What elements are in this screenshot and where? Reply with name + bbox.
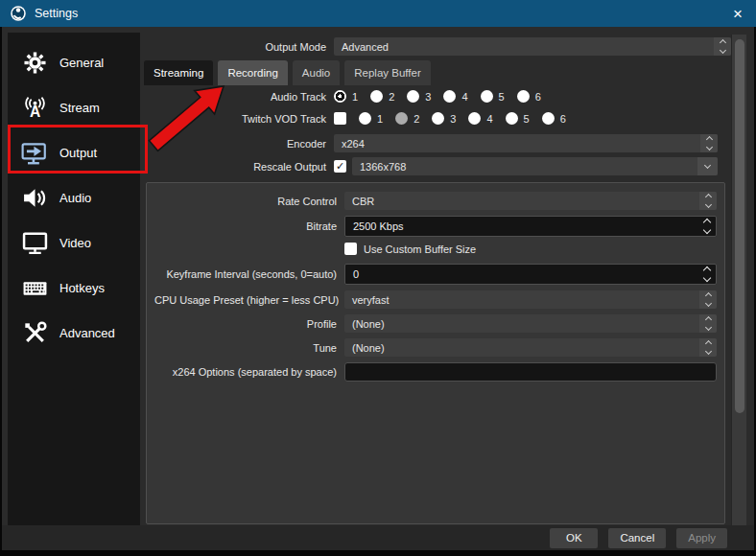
spinner-icon[interactable] (699, 290, 717, 309)
cpu-usage-preset-row: CPU Usage Preset (higher = less CPU) ver… (154, 290, 717, 309)
audio-track-radio-4[interactable] (443, 90, 456, 103)
vertical-scrollbar[interactable] (731, 35, 746, 525)
sidebar-item-label: Hotkeys (59, 281, 105, 295)
spinner-icon[interactable] (698, 218, 716, 235)
recording-arrow-annotation (144, 81, 230, 156)
window-bottom-border (0, 550, 756, 556)
bitrate-label: Bitrate (154, 220, 337, 232)
cpu-usage-preset-select[interactable]: veryfast (344, 290, 717, 309)
dialog-footer: OK Cancel Apply (2, 525, 754, 550)
rescale-output-label: Rescale Output (144, 161, 326, 173)
chevron-down-icon[interactable] (697, 157, 718, 175)
spinner-icon[interactable] (700, 134, 718, 152)
titlebar: Settings × (0, 0, 756, 27)
x264-options-input[interactable] (344, 362, 717, 382)
sidebar-item-stream[interactable]: A Stream (8, 85, 140, 130)
vod-track-radio-3[interactable] (432, 112, 444, 125)
use-custom-buffer-label: Use Custom Buffer Size (364, 243, 476, 255)
spinner-icon[interactable] (714, 37, 731, 56)
output-highlight-annotation (8, 125, 148, 174)
audio-track-radio-6[interactable] (517, 90, 530, 103)
rate-control-select[interactable]: CBR (344, 192, 717, 210)
spinner-icon[interactable] (698, 266, 716, 283)
keyframe-interval-spinbox[interactable]: 0 (344, 264, 717, 285)
gear-icon (20, 50, 49, 77)
scrollbar-thumb[interactable] (735, 39, 744, 413)
vod-track-radio-2[interactable] (395, 112, 408, 125)
vod-track-radio-5[interactable] (506, 112, 518, 125)
hotkeys-keyboard-icon (20, 275, 49, 302)
rescale-resolution-select[interactable]: 1366x768 (352, 157, 718, 175)
twitch-vod-track-checkbox[interactable] (334, 112, 346, 125)
bitrate-row: Bitrate 2500 Kbps (154, 216, 717, 237)
output-mode-select[interactable]: Advanced (334, 37, 731, 56)
keyframe-interval-row: Keyframe Interval (seconds, 0=auto) 0 (154, 264, 717, 285)
apply-button[interactable]: Apply (676, 528, 727, 548)
obs-logo-icon (10, 5, 27, 22)
vod-track-radio-1[interactable] (359, 112, 371, 125)
audio-track-radio-1[interactable] (334, 90, 346, 103)
stream-antenna-icon: A (20, 95, 49, 122)
sidebar-item-label: Stream (59, 101, 100, 115)
window-title: Settings (35, 7, 729, 20)
sidebar-item-label: Video (59, 236, 91, 250)
spinner-icon[interactable] (699, 192, 717, 210)
output-settings-pane: Output Mode Advanced Streaming Recording… (144, 35, 733, 525)
tune-select[interactable]: (None) (344, 338, 717, 357)
tab-audio[interactable]: Audio (293, 60, 340, 85)
profile-row: Profile (None) (154, 314, 717, 333)
profile-select[interactable]: (None) (344, 314, 717, 333)
close-icon[interactable]: × (729, 6, 746, 22)
vod-track-radio-4[interactable] (468, 112, 481, 125)
sidebar-item-hotkeys[interactable]: Hotkeys (8, 266, 140, 311)
sidebar-item-label: General (59, 56, 104, 70)
ok-button[interactable]: OK (550, 528, 598, 548)
spinner-icon[interactable] (699, 338, 717, 357)
video-monitor-icon (20, 230, 49, 257)
rescale-output-checkbox[interactable]: ✓ (334, 160, 346, 173)
rate-control-label: Rate Control (154, 196, 337, 207)
output-mode-row: Output Mode Advanced (144, 37, 731, 56)
profile-label: Profile (154, 318, 337, 330)
advanced-tools-icon (20, 320, 49, 347)
sidebar-item-video[interactable]: Video (8, 220, 140, 266)
use-custom-buffer-row: Use Custom Buffer Size (344, 243, 717, 255)
tune-row: Tune (None) (154, 338, 717, 357)
sidebar-item-general[interactable]: General (8, 40, 140, 85)
settings-sidebar: General A Stream (8, 33, 140, 543)
tune-label: Tune (154, 342, 337, 354)
audio-track-radio-3[interactable] (407, 90, 419, 103)
tab-replay-buffer[interactable]: Replay Buffer (344, 60, 430, 85)
cpu-usage-preset-label: CPU Usage Preset (higher = less CPU) (154, 294, 337, 306)
encoder-settings-group: Rate Control CBR Bitrate 2500 Kbps Use C… (146, 182, 725, 524)
sidebar-item-advanced[interactable]: Advanced (8, 311, 140, 356)
audio-track-radio-5[interactable] (481, 90, 493, 103)
x264-options-label: x264 Options (separated by space) (154, 366, 337, 378)
audio-speaker-icon (20, 185, 49, 212)
rate-control-row: Rate Control CBR (154, 192, 717, 210)
cancel-button[interactable]: Cancel (608, 528, 666, 548)
settings-window: Settings × General (0, 0, 756, 556)
keyframe-interval-label: Keyframe Interval (seconds, 0=auto) (154, 268, 337, 280)
bitrate-spinbox[interactable]: 2500 Kbps (344, 216, 717, 237)
encoder-select[interactable]: x264 (334, 134, 718, 152)
sidebar-item-label: Advanced (59, 326, 115, 340)
sidebar-item-audio[interactable]: Audio (8, 175, 140, 220)
spinner-icon[interactable] (699, 314, 717, 333)
sidebar-item-label: Audio (59, 191, 91, 205)
output-mode-label: Output Mode (144, 41, 326, 53)
rescale-output-row: Rescale Output ✓ 1366x768 (144, 157, 718, 175)
vod-track-radio-6[interactable] (542, 112, 555, 125)
x264-options-row: x264 Options (separated by space) (154, 362, 717, 382)
use-custom-buffer-checkbox[interactable] (344, 243, 357, 255)
audio-track-radio-2[interactable] (370, 90, 383, 103)
